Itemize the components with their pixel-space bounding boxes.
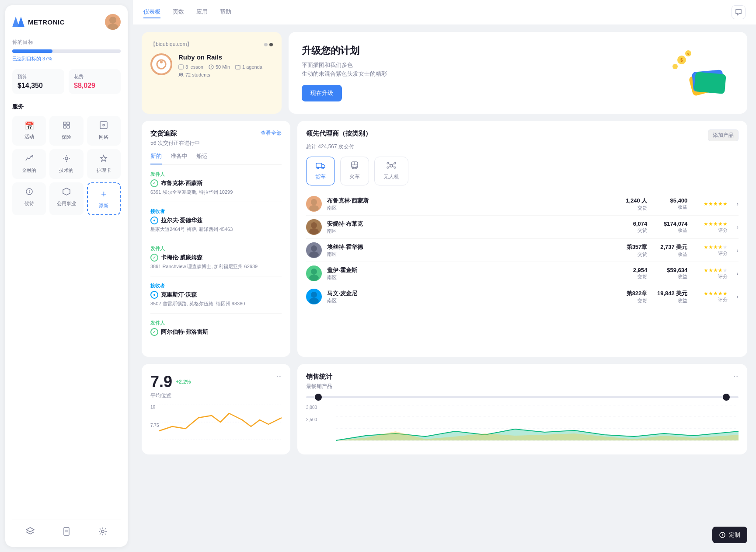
- svg-point-57: [394, 167, 396, 168]
- svg-point-11: [65, 157, 68, 160]
- truck-label: 货车: [315, 173, 326, 181]
- nav-dashboard[interactable]: 仪表板: [143, 6, 160, 18]
- service-network[interactable]: 网络: [87, 116, 121, 146]
- slider-handle-right[interactable]: [723, 394, 730, 401]
- svg-point-64: [311, 222, 317, 228]
- agent-arrow-3[interactable]: ›: [736, 247, 739, 254]
- service-tech[interactable]: 技术的: [49, 149, 83, 179]
- sender-label-5: 发件人: [150, 320, 282, 326]
- sidebar-header: METRONIC: [12, 14, 121, 30]
- network-icon: [100, 121, 108, 131]
- delivery-item-5: 发件人 ✓ 阿尔伯特·弗洛雷斯: [150, 320, 282, 342]
- service-waiting[interactable]: 候待: [12, 182, 46, 215]
- cat-tab-train[interactable]: 火车: [340, 157, 369, 185]
- slider-handle-left[interactable]: [315, 394, 322, 401]
- agent-arrow-1[interactable]: ›: [736, 200, 739, 207]
- svg-point-46: [322, 167, 324, 169]
- course-lessons: 3 lesson: [178, 64, 203, 70]
- delivery-tab-shipping[interactable]: 船运: [196, 152, 208, 164]
- nav-help[interactable]: 帮助: [220, 6, 231, 18]
- agent-money-4: $59,634 收益: [652, 267, 687, 280]
- agent-arrow-5[interactable]: ›: [736, 293, 739, 300]
- receiver-label-4: 接收者: [150, 283, 282, 289]
- stats-card: 7.9 +2.2% ··· 平均位置 10 7.75: [142, 364, 290, 454]
- delivery-addr-3: 3891 Ranchview 理查森博士, 加利福尼亚州 62639: [150, 263, 282, 270]
- agent-amount-1: $5,400: [652, 197, 687, 204]
- svg-point-68: [311, 269, 317, 275]
- nursing-icon: [100, 154, 108, 164]
- service-nursing[interactable]: 护理卡: [87, 149, 121, 179]
- document-icon[interactable]: [62, 527, 71, 538]
- finance-icon: [25, 154, 33, 164]
- budget-card: 预算 $14,350: [12, 69, 64, 94]
- row-3: 7.9 +2.2% ··· 平均位置 10 7.75: [142, 364, 747, 454]
- circle-icon-5: ✓: [150, 328, 158, 336]
- layers-icon[interactable]: [26, 527, 35, 538]
- delivery-card: 交货追踪 查看全部 56 次交付正在进行中 新的 准备中 船运 发件人 ✓ 布鲁…: [142, 121, 290, 357]
- delivery-view-all[interactable]: 查看全部: [261, 129, 282, 137]
- service-finance[interactable]: 金融的: [12, 149, 46, 179]
- metronic-logo-icon: [12, 17, 24, 27]
- drone-label: 无人机: [383, 173, 399, 181]
- receiver-label-2: 接收者: [150, 208, 282, 215]
- agent-arrow-4[interactable]: ›: [736, 270, 739, 277]
- delivery-name-5: ✓ 阿尔伯特·弗洛雷斯: [150, 328, 282, 336]
- agent-arrow-2[interactable]: ›: [736, 224, 739, 231]
- sales-y-2500: 2,500: [306, 417, 317, 422]
- tech-label: 技术的: [59, 167, 73, 174]
- delivery-name-1: ✓ 布鲁克林·西蒙斯: [150, 179, 282, 187]
- sales-chart-container: 3,000 2,500: [306, 405, 739, 446]
- sales-menu-icon[interactable]: ···: [734, 373, 739, 379]
- agent-region-1: 南区: [327, 205, 607, 211]
- nursing-label: 护理卡: [97, 167, 111, 174]
- service-public[interactable]: 公用事业: [49, 182, 83, 215]
- delivery-tab-preparing[interactable]: 准备中: [171, 152, 188, 164]
- add-product-button[interactable]: 添加产品: [708, 129, 739, 141]
- agent-name-1: 布鲁克林·西蒙斯: [327, 197, 607, 205]
- budget-amount: $14,350: [17, 82, 59, 90]
- svg-point-67: [309, 252, 319, 258]
- train-icon: [350, 161, 359, 171]
- circle-icon-1: ✓: [150, 179, 158, 187]
- agent-avatar-3: [306, 242, 322, 258]
- delivery-tab-new[interactable]: 新的: [150, 152, 162, 164]
- agent-money-3: 2,737 美元 收益: [652, 243, 687, 258]
- slider-track: [306, 396, 739, 398]
- agent-stat-1: 1,240 人 交货: [612, 197, 647, 211]
- svg-point-71: [309, 298, 319, 304]
- svg-point-35: [181, 73, 183, 75]
- agent-row-2: 安妮特·布莱克 南区 6,074 交货 $174,074 收益 ★★★★★ 评分: [306, 216, 739, 239]
- service-insurance[interactable]: 保险: [49, 116, 83, 146]
- settings-icon[interactable]: [98, 527, 107, 538]
- chat-icon[interactable]: [732, 5, 746, 19]
- progress-text: 已达到目标的 37%: [12, 56, 121, 62]
- stats-menu-icon[interactable]: ···: [277, 373, 282, 379]
- stars-1: ★★★★★: [693, 201, 728, 207]
- agent-stat-2: 6,074 交货: [612, 220, 647, 234]
- avatar[interactable]: [105, 14, 121, 30]
- main-area: 仪表板 页数 应用 帮助 【biqubiqu.com】: [133, 0, 756, 552]
- svg-point-70: [311, 292, 317, 298]
- sales-title: 销售统计: [306, 373, 332, 381]
- course-url-text: 【biqubiqu.com】: [150, 41, 192, 48]
- activity-label: 活动: [24, 133, 34, 140]
- course-info: Ruby on Rails 3 lesson 50 Min: [178, 53, 273, 77]
- dot-1: [264, 43, 268, 46]
- activity-icon: 📅: [24, 121, 34, 131]
- service-add-new[interactable]: + 添新: [87, 182, 121, 215]
- delivery-subtitle: 56 次交付正在进行中: [150, 140, 282, 147]
- cat-tab-truck[interactable]: 货车: [306, 157, 335, 185]
- logo: METRONIC: [12, 17, 65, 27]
- circle-icon-4: ●: [150, 291, 158, 299]
- customize-button[interactable]: 定制: [712, 527, 747, 543]
- service-activity[interactable]: 📅 活动: [12, 116, 46, 146]
- nav-pages[interactable]: 页数: [173, 6, 184, 18]
- agent-rating-2: ★★★★★ 评分: [693, 221, 728, 234]
- drone-icon: [387, 161, 396, 171]
- nav-apps[interactable]: 应用: [196, 6, 208, 18]
- cat-tab-drone[interactable]: 无人机: [374, 157, 408, 185]
- waiting-label: 候待: [24, 200, 34, 207]
- insurance-label: 保险: [62, 134, 71, 140]
- upgrade-button[interactable]: 现在升级: [302, 85, 342, 101]
- svg-point-34: [179, 73, 181, 75]
